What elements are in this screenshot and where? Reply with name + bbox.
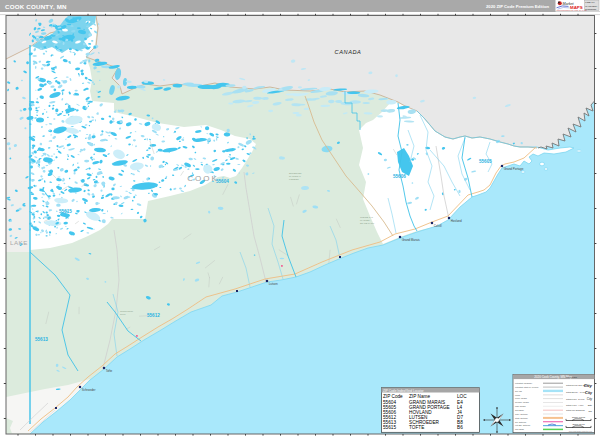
svg-text:Cities 999 and Below: Cities 999 and Below [566, 409, 585, 411]
svg-text:LOC: LOC [457, 394, 467, 399]
svg-text:Lutsen: Lutsen [269, 282, 278, 286]
svg-text:COOK COUNTY, MN: COOK COUNTY, MN [5, 3, 67, 10]
svg-text:Colvill: Colvill [434, 224, 442, 228]
svg-text:Secndry Roads: Secndry Roads [515, 401, 529, 403]
svg-text:Schroeder: Schroeder [82, 388, 96, 392]
svg-text:FOREST: FOREST [289, 178, 299, 181]
svg-text:55605: 55605 [479, 159, 492, 164]
svg-text:State Optional: State Optional [515, 417, 528, 419]
svg-text:55615: 55615 [383, 425, 396, 430]
svg-text:Misc Roads: Misc Roads [515, 405, 525, 407]
svg-text:55604: 55604 [216, 179, 229, 184]
svg-text:COOK: COOK [187, 174, 219, 183]
svg-text:www.marketmaps.com 1 888 434 M: www.marketmaps.com 1 888 434 MAPS [557, 9, 588, 11]
svg-text:Cnty/ Optional: Cnty/ Optional [515, 413, 528, 415]
svg-text:1.888.434: 1.888.434 [585, 1, 595, 3]
svg-text:Hovland: Hovland [451, 219, 462, 223]
svg-text:City: City [588, 404, 593, 407]
svg-text:City: City [587, 397, 593, 401]
svg-text:ZIP Lab: ZIP Lab [515, 390, 523, 392]
svg-text:LAKE: LAKE [10, 239, 28, 246]
svg-text:TOFTE: TOFTE [409, 425, 424, 430]
svg-text:approx 12 km: approx 12 km [572, 423, 584, 425]
svg-text:City: City [585, 391, 593, 395]
svg-text:STATE PARK: STATE PARK [360, 222, 375, 225]
svg-text:ZIP Name: ZIP Name [409, 394, 430, 399]
svg-text:55613: 55613 [35, 337, 48, 342]
svg-text:ZIP Code Index/Grid Locator: ZIP Code Index/Grid Locator [383, 389, 424, 393]
svg-text:Interstate Roadway: Interstate Roadway [515, 382, 532, 384]
svg-text:Twp Bdgs: Twp Bdgs [515, 428, 524, 430]
svg-text:Grand Portage: Grand Portage [504, 167, 524, 171]
svg-text:55615: 55615 [59, 209, 72, 214]
svg-text:Prmry Roads: Prmry Roads [515, 397, 527, 399]
svg-text:55606: 55606 [393, 174, 406, 179]
svg-text:Tofte: Tofte [106, 369, 113, 373]
svg-text:Grand Marais: Grand Marais [402, 238, 421, 242]
svg-text:CANADA: CANADA [335, 49, 362, 55]
svg-text:Surf Bdwy: Surf Bdwy [515, 409, 524, 411]
svg-text:City: City [584, 383, 593, 388]
svg-text:Interstate State w/ Prvncal: Interstate State w/ Prvncal [515, 386, 539, 388]
svg-text:Parks: Parks [515, 394, 520, 396]
svg-text:DISCOUNT: DISCOUNT [585, 8, 597, 10]
svg-text:ZIP Optional: ZIP Optional [515, 421, 527, 423]
svg-text:approx 7 miles: approx 7 miles [572, 416, 585, 418]
svg-text:2020 ZIP Code Premium Edition: 2020 ZIP Code Premium Edition [486, 4, 549, 9]
svg-text:Wtr Bdy Optional: Wtr Bdy Optional [515, 424, 531, 426]
svg-text:B6: B6 [457, 425, 463, 430]
svg-text:River: River [120, 313, 126, 316]
svg-text:Copyright 2020 MarketMAPS: Copyright 2020 MarketMAPS [569, 430, 593, 432]
svg-text:55612: 55612 [147, 313, 160, 318]
svg-text:Major POIs: Major POIs [566, 376, 578, 378]
svg-text:MAPS(6277): MAPS(6277) [585, 5, 597, 7]
svg-text:ZIP Code: ZIP Code [383, 394, 403, 399]
